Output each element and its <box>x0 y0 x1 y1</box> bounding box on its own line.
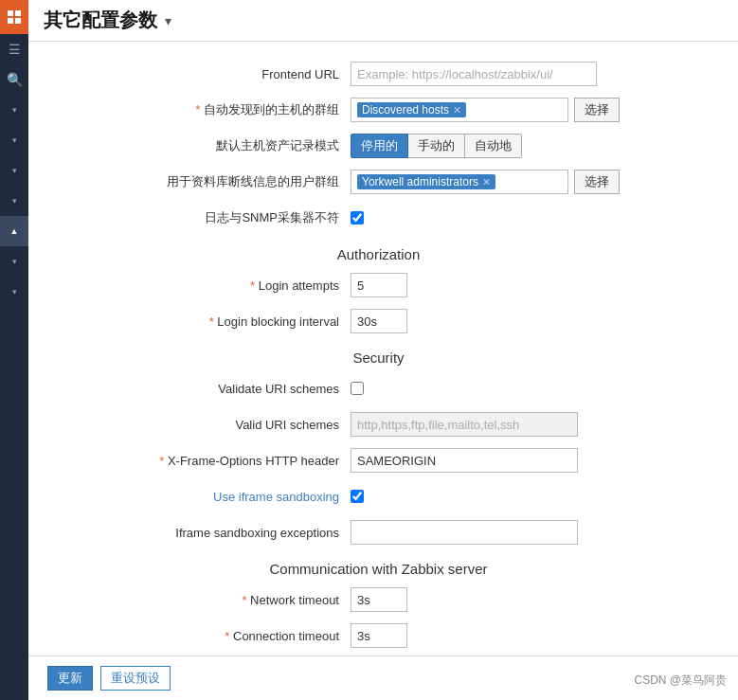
default-host-mode-label: 默认主机资产记录模式 <box>47 137 351 154</box>
validate-uri-checkbox[interactable] <box>351 382 364 395</box>
mode-disabled-button[interactable]: 停用的 <box>351 134 408 158</box>
xframe-row: * X-Frame-Options HTTP header <box>47 447 710 474</box>
validate-uri-control <box>351 382 364 395</box>
validate-uri-label: Validate URI schemes <box>47 382 351 396</box>
sidebar-item-1[interactable]: ▾ <box>0 95 28 125</box>
login-blocking-input[interactable] <box>351 309 407 333</box>
xframe-input[interactable] <box>351 448 578 473</box>
page-header: 其它配置参数 ▾ <box>28 0 738 42</box>
sidebar-item-6[interactable]: ▾ <box>0 246 28 277</box>
sidebar-item-2[interactable]: ▾ <box>0 125 28 155</box>
xframe-control <box>351 448 578 473</box>
iframe-sandbox-row: Use iframe sandboxing <box>47 483 710 510</box>
user-group-tag-close[interactable]: ✕ <box>482 176 491 188</box>
discovered-hosts-select-button[interactable]: 选择 <box>574 98 620 122</box>
user-group-tag: Yorkwell administrators ✕ <box>357 174 495 189</box>
frontend-url-control <box>351 62 597 86</box>
login-attempts-control <box>351 273 407 297</box>
discovered-hosts-label: * 自动发现到的主机的群组 <box>47 101 351 118</box>
iframe-sandbox-label: Use iframe sandboxing <box>47 490 351 504</box>
discovered-hosts-row: * 自动发现到的主机的群组 Discovered hosts ✕ 选择 <box>47 97 710 123</box>
svg-rect-3 <box>15 18 21 24</box>
connection-timeout-input[interactable] <box>351 623 407 648</box>
network-timeout-label: * Network timeout <box>47 593 351 607</box>
snmp-log-control <box>351 211 364 224</box>
user-group-row: 用于资料库断线信息的用户群组 Yorkwell administrators ✕… <box>47 169 710 195</box>
mode-manual-button[interactable]: 手动的 <box>408 134 465 158</box>
login-blocking-control <box>351 309 407 333</box>
watermark: CSDN @菜鸟阿贵 <box>634 673 727 689</box>
iframe-exceptions-input[interactable] <box>351 520 578 545</box>
reset-button[interactable]: 重设预设 <box>100 666 171 691</box>
snmp-log-label: 日志与SNMP采集器不符 <box>47 209 351 226</box>
iframe-exceptions-control <box>351 520 578 545</box>
form-content: Frontend URL * 自动发现到的主机的群组 Discovered ho… <box>28 42 738 655</box>
header-dropdown-icon[interactable]: ▾ <box>165 13 171 28</box>
snmp-log-row: 日志与SNMP采集器不符 <box>47 205 710 231</box>
user-group-select-button[interactable]: 选择 <box>574 170 620 194</box>
network-timeout-input[interactable] <box>351 587 407 612</box>
svg-rect-1 <box>15 10 21 16</box>
sidebar-item-search[interactable]: 🔍 <box>0 64 28 95</box>
comm-section-header: Communication with Zabbix server <box>47 561 710 577</box>
default-host-mode-row: 默认主机资产记录模式 停用的 手动的 自动地 <box>47 133 710 159</box>
valid-uri-control <box>351 412 578 437</box>
connection-timeout-label: * Connection timeout <box>47 629 351 643</box>
mode-auto-button[interactable]: 自动地 <box>465 134 522 158</box>
discovered-hosts-tag-input: Discovered hosts ✕ <box>351 98 568 122</box>
snmp-log-checkbox[interactable] <box>351 211 364 224</box>
sidebar-item-5[interactable]: ▲ <box>0 216 28 246</box>
iframe-exceptions-row: Iframe sandboxing exceptions <box>47 519 710 546</box>
host-mode-toggle-group: 停用的 手动的 自动地 <box>351 134 522 158</box>
connection-timeout-row: * Connection timeout <box>47 622 710 649</box>
sidebar-item-menu[interactable]: ☰ <box>0 34 28 64</box>
validate-uri-row: Validate URI schemes <box>47 375 710 402</box>
login-attempts-row: * Login attempts <box>47 272 710 298</box>
login-blocking-label: * Login blocking interval <box>47 314 351 329</box>
bottom-bar: 更新 重设预设 <box>28 655 738 700</box>
login-blocking-row: * Login blocking interval <box>47 308 710 334</box>
security-section-header: Security <box>47 350 710 366</box>
auth-section-header: Authorization <box>47 246 710 262</box>
frontend-url-label: Frontend URL <box>47 67 351 81</box>
user-group-control: Yorkwell administrators ✕ 选择 <box>351 170 620 194</box>
svg-rect-2 <box>8 18 13 24</box>
sidebar-item-3[interactable]: ▾ <box>0 155 28 186</box>
user-group-tag-input: Yorkwell administrators ✕ <box>351 170 568 194</box>
sidebar-logo <box>0 0 28 34</box>
network-timeout-row: * Network timeout <box>47 586 710 613</box>
update-button[interactable]: 更新 <box>47 666 93 691</box>
default-host-mode-control: 停用的 手动的 自动地 <box>351 134 522 158</box>
main-content: 其它配置参数 ▾ Frontend URL * 自动发现到的主机的群组 Disc… <box>28 0 738 700</box>
iframe-sandbox-checkbox[interactable] <box>351 490 364 503</box>
login-attempts-input[interactable] <box>351 273 407 297</box>
discovered-hosts-tag: Discovered hosts ✕ <box>357 102 466 117</box>
sidebar-item-7[interactable]: ▾ <box>0 277 28 307</box>
frontend-url-row: Frontend URL <box>47 61 710 87</box>
iframe-sandbox-control <box>351 490 364 503</box>
valid-uri-label: Valid URI schemes <box>47 418 351 432</box>
discovered-hosts-tag-close[interactable]: ✕ <box>453 104 461 117</box>
network-timeout-control <box>351 587 407 612</box>
user-group-label: 用于资料库断线信息的用户群组 <box>47 173 351 190</box>
frontend-url-input[interactable] <box>351 62 597 86</box>
sidebar: ☰ 🔍 ▾ ▾ ▾ ▾ ▲ ▾ ▾ <box>0 0 28 700</box>
connection-timeout-control <box>351 623 407 648</box>
svg-rect-0 <box>8 10 13 16</box>
login-attempts-label: * Login attempts <box>47 278 351 293</box>
iframe-exceptions-label: Iframe sandboxing exceptions <box>47 526 351 540</box>
page-title: 其它配置参数 <box>44 8 157 33</box>
discovered-hosts-control: Discovered hosts ✕ 选择 <box>351 98 620 122</box>
valid-uri-input <box>351 412 578 437</box>
xframe-label: * X-Frame-Options HTTP header <box>47 454 351 468</box>
sidebar-item-4[interactable]: ▾ <box>0 186 28 216</box>
valid-uri-row: Valid URI schemes <box>47 411 710 438</box>
